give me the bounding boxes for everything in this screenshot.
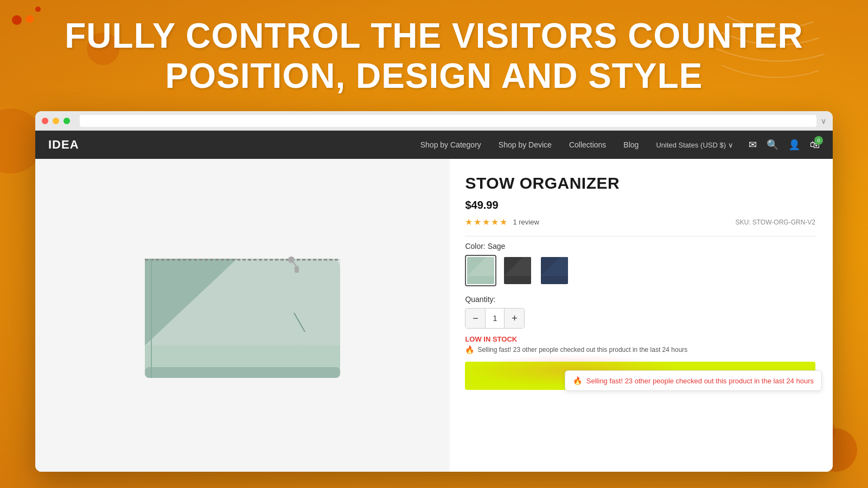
- quantity-increase-button[interactable]: +: [505, 309, 524, 328]
- color-swatch-sage[interactable]: [465, 255, 496, 286]
- headline-text: FULLY CONTROL THE VISITORS COUNTER POSIT…: [22, 16, 846, 96]
- stars-row: ★★★★★ 1 review SKU: STOW-ORG-GRN-V2: [465, 217, 815, 227]
- quantity-control: − 1 +: [465, 308, 525, 329]
- browser-dot-close[interactable]: [42, 118, 48, 124]
- divider-1: [465, 236, 815, 236]
- nav-shop-device[interactable]: Shop by Device: [499, 140, 552, 149]
- svg-rect-6: [145, 367, 340, 378]
- store-navbar: IDEA Shop by Category Shop by Device Col…: [35, 131, 833, 159]
- chevron-icon: ∨: [821, 117, 826, 125]
- selling-fast-inline: 🔥 Selling fast! 23 other people checked …: [465, 345, 815, 354]
- nav-blog[interactable]: Blog: [623, 140, 639, 149]
- product-price: $49.99: [465, 199, 815, 211]
- headline-line1: FULLY CONTROL THE VISITORS COUNTER: [65, 16, 803, 55]
- product-image-side: [35, 159, 450, 472]
- nav-collections[interactable]: Collections: [569, 140, 606, 149]
- product-image: [129, 237, 356, 394]
- cart-icon-btn[interactable]: 🛍 0: [810, 139, 820, 151]
- tooltip-text: Selling fast! 23 other people checked ou…: [586, 377, 814, 385]
- search-icon-btn[interactable]: 🔍: [767, 139, 778, 151]
- browser-chrome: ∨: [35, 111, 833, 131]
- deco-circle-tiny: [35, 7, 41, 12]
- nav-locale-selector[interactable]: United States (USD $) ∨: [656, 141, 733, 149]
- color-label-text: Color:: [465, 242, 485, 251]
- quantity-value: 1: [485, 309, 505, 328]
- account-icon-btn[interactable]: 👤: [788, 139, 800, 151]
- product-title: STOW ORGANIZER: [465, 174, 815, 192]
- color-swatches: [465, 255, 815, 286]
- nav-shop-category[interactable]: Shop by Category: [420, 140, 481, 149]
- chevron-down-icon: ∨: [728, 141, 733, 149]
- color-swatch-charcoal[interactable]: [502, 255, 533, 286]
- review-count[interactable]: 1 review: [513, 218, 539, 226]
- color-selected-text: Sage: [488, 242, 506, 251]
- headline-section: FULLY CONTROL THE VISITORS COUNTER POSIT…: [0, 16, 868, 96]
- browser-url-bar[interactable]: [80, 115, 816, 127]
- email-icon-btn[interactable]: ✉: [749, 139, 757, 151]
- nav-icons: ✉ 🔍 👤 🛍 0: [749, 139, 820, 151]
- browser-window: ∨ IDEA Shop by Category Shop by Device C…: [35, 111, 833, 472]
- browser-dot-maximize[interactable]: [63, 118, 70, 124]
- nav-links: Shop by Category Shop by Device Collecti…: [420, 140, 733, 149]
- headline-line2: POSITION, DESIGN AND STYLE: [165, 56, 703, 95]
- store-logo[interactable]: IDEA: [48, 138, 79, 152]
- locale-label: United States (USD $): [656, 141, 726, 149]
- tooltip-fire-icon: 🔥: [573, 376, 582, 385]
- color-section: Color: Sage: [465, 242, 815, 286]
- svg-rect-5: [295, 266, 299, 273]
- product-details-side: STOW ORGANIZER $49.99 ★★★★★ 1 review SKU…: [450, 159, 833, 472]
- color-label: Color: Sage: [465, 242, 815, 251]
- selling-fast-tooltip: 🔥 Selling fast! 23 other people checked …: [565, 370, 822, 391]
- quantity-label: Quantity:: [465, 295, 815, 304]
- browser-dot-minimize[interactable]: [53, 118, 59, 124]
- star-rating: ★★★★★: [465, 217, 508, 227]
- selling-fast-inline-text: Selling fast! 23 other people checked ou…: [477, 346, 687, 354]
- low-stock-badge: LOW IN STOCK: [465, 335, 815, 343]
- fire-icon: 🔥: [465, 345, 474, 354]
- product-area: STOW ORGANIZER $49.99 ★★★★★ 1 review SKU…: [35, 159, 833, 472]
- quantity-decrease-button[interactable]: −: [465, 309, 485, 328]
- quantity-section: Quantity: − 1 +: [465, 295, 815, 329]
- sku-text: SKU: STOW-ORG-GRN-V2: [735, 219, 815, 226]
- cart-badge: 0: [814, 136, 823, 145]
- color-swatch-navy[interactable]: [539, 255, 570, 286]
